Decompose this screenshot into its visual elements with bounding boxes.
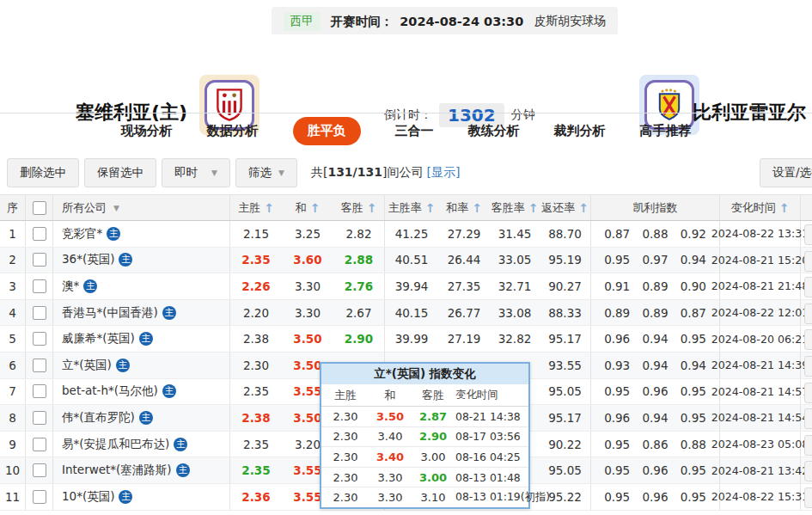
sort-asc-icon[interactable]: ↑ bbox=[367, 201, 377, 215]
col-away-rate[interactable]: 客胜率↑ bbox=[490, 195, 540, 220]
row-more-button[interactable] bbox=[804, 356, 812, 377]
odds-home[interactable]: 2.35 bbox=[230, 248, 282, 273]
keep-selected-button[interactable]: 保留选中 bbox=[84, 158, 156, 187]
sort-asc-icon[interactable]: ↑ bbox=[528, 201, 539, 215]
row-checkbox[interactable] bbox=[33, 332, 46, 346]
company-cell[interactable]: 香港马*(中国香港)主 bbox=[53, 300, 230, 326]
odds-draw[interactable]: 3.50 bbox=[282, 326, 333, 352]
sort-asc-icon[interactable]: ↑ bbox=[578, 201, 589, 215]
col-home-odds[interactable]: 主胜↑ bbox=[230, 195, 282, 220]
tab-three-in-one[interactable]: 三合一 bbox=[395, 123, 434, 139]
company-name[interactable]: 10*(英国) bbox=[62, 489, 114, 505]
odds-away[interactable]: 2.90 bbox=[333, 326, 385, 352]
row-more-button[interactable] bbox=[804, 435, 812, 456]
odds-draw[interactable]: 3.30 bbox=[282, 273, 333, 299]
company-name[interactable]: 香港马*(中国香港) bbox=[62, 305, 158, 321]
odds-home[interactable]: 2.30 bbox=[230, 353, 282, 378]
row-more-button[interactable] bbox=[804, 224, 812, 245]
kelly-value: 0.94 bbox=[638, 332, 672, 346]
row-more-button[interactable] bbox=[804, 408, 812, 429]
company-name[interactable]: 36*(英国) bbox=[62, 252, 114, 267]
company-cell[interactable]: 澳*主 bbox=[53, 273, 230, 299]
company-cell[interactable]: 威廉希*(英国)主 bbox=[53, 326, 230, 352]
col-home-rate[interactable]: 主胜率↑ bbox=[385, 195, 438, 220]
filter-dropdown[interactable]: 筛选 ▼ bbox=[235, 158, 297, 187]
sort-asc-icon[interactable]: ↑ bbox=[472, 201, 482, 215]
col-company[interactable]: 所有公司 ▼ bbox=[53, 195, 230, 220]
row-more-button[interactable] bbox=[804, 329, 812, 350]
col-away-odds[interactable]: 客胜↑ bbox=[333, 195, 385, 220]
odds-home[interactable]: 2.35 bbox=[230, 432, 282, 457]
company-name[interactable]: 竞彩官* bbox=[62, 226, 102, 242]
row-more-button[interactable] bbox=[804, 277, 812, 297]
company-name[interactable]: 伟*(直布罗陀) bbox=[62, 410, 135, 426]
show-link[interactable]: [显示] bbox=[426, 165, 460, 181]
company-name[interactable]: bet-at-h*(马尔他) bbox=[62, 383, 158, 399]
odds-draw[interactable]: 3.30 bbox=[282, 300, 333, 326]
popup-title: 立*(英国) 指数变化 bbox=[321, 364, 528, 384]
company-name[interactable]: 威廉希*(英国) bbox=[62, 331, 135, 346]
odds-draw[interactable]: 3.60 bbox=[282, 248, 333, 273]
sort-asc-icon[interactable]: ↑ bbox=[264, 201, 274, 215]
row-more-button[interactable] bbox=[804, 487, 812, 508]
odds-home[interactable]: 2.20 bbox=[230, 300, 282, 326]
delete-selected-button[interactable]: 删除选中 bbox=[7, 158, 79, 187]
sort-asc-icon[interactable]: ↑ bbox=[310, 201, 321, 215]
company-cell[interactable]: 伟*(直布罗陀)主 bbox=[53, 405, 230, 431]
odds-home[interactable]: 2.26 bbox=[230, 273, 282, 299]
odds-away[interactable]: 2.76 bbox=[333, 273, 385, 299]
tab-expert-picks[interactable]: 高手推荐 bbox=[640, 123, 692, 139]
odds-away[interactable]: 2.82 bbox=[333, 221, 385, 247]
col-return-rate[interactable]: 返还率↑ bbox=[540, 195, 591, 220]
instant-dropdown[interactable]: 即时 ▼ bbox=[162, 158, 230, 187]
away-win-rate: 32.82 bbox=[490, 326, 540, 352]
company-name[interactable]: 澳* bbox=[62, 279, 79, 294]
odds-home[interactable]: 2.38 bbox=[230, 405, 282, 431]
company-cell[interactable]: Interwet*(塞浦路斯)主 bbox=[53, 457, 230, 483]
company-name[interactable]: Interwet*(塞浦路斯) bbox=[62, 463, 172, 478]
odds-home[interactable]: 2.38 bbox=[230, 326, 282, 352]
odds-away[interactable]: 2.88 bbox=[333, 248, 385, 273]
row-more-button[interactable] bbox=[804, 383, 812, 403]
row-checkbox[interactable] bbox=[33, 359, 46, 372]
tab-coach-analysis[interactable]: 教练分析 bbox=[468, 123, 520, 139]
company-cell[interactable]: bet-at-h*(马尔他)主 bbox=[53, 379, 230, 405]
sort-asc-icon[interactable]: ↑ bbox=[779, 201, 790, 215]
col-draw-rate[interactable]: 和率↑ bbox=[438, 195, 490, 220]
sort-asc-icon[interactable]: ↑ bbox=[425, 201, 436, 215]
tab-referee-analysis[interactable]: 裁判分析 bbox=[554, 123, 606, 139]
row-checkbox[interactable] bbox=[33, 463, 46, 477]
company-cell[interactable]: 10*(英国)主 bbox=[53, 484, 230, 510]
company-name[interactable]: 立*(英国) bbox=[62, 358, 112, 373]
col-draw-odds[interactable]: 和↑ bbox=[282, 195, 333, 220]
row-more-button[interactable] bbox=[804, 251, 812, 272]
company-cell[interactable]: 立*(英国)主 bbox=[53, 353, 230, 378]
tab-live-analysis[interactable]: 现场分析 bbox=[121, 123, 173, 139]
row-checkbox[interactable] bbox=[33, 438, 46, 451]
row-checkbox[interactable] bbox=[33, 384, 46, 398]
row-more-button[interactable] bbox=[804, 461, 812, 481]
odds-draw[interactable]: 3.25 bbox=[282, 221, 333, 247]
row-checkbox[interactable] bbox=[33, 227, 46, 241]
company-cell[interactable]: 竞彩官*主 bbox=[53, 221, 230, 247]
company-name[interactable]: 易*(安提瓜和巴布达) bbox=[62, 437, 169, 452]
row-checkbox[interactable] bbox=[33, 490, 46, 504]
company-cell[interactable]: 36*(英国)主 bbox=[53, 248, 230, 273]
odds-away[interactable]: 2.67 bbox=[333, 300, 385, 326]
select-all-checkbox[interactable] bbox=[33, 201, 46, 215]
row-more-button[interactable] bbox=[804, 303, 812, 324]
home-win-rate: 40.15 bbox=[385, 300, 438, 326]
row-checkbox[interactable] bbox=[33, 306, 46, 320]
odds-home[interactable]: 2.36 bbox=[230, 484, 282, 510]
odds-home[interactable]: 2.35 bbox=[230, 379, 282, 405]
tab-win-draw-lose[interactable]: 胜平负 bbox=[293, 117, 361, 145]
company-cell[interactable]: 易*(安提瓜和巴布达)主 bbox=[53, 432, 230, 457]
row-checkbox[interactable] bbox=[33, 411, 46, 425]
tab-data-analysis[interactable]: 数据分析 bbox=[207, 123, 259, 139]
row-checkbox[interactable] bbox=[33, 279, 46, 293]
settings-button[interactable]: 设置/选择 bbox=[760, 158, 812, 187]
col-change-time[interactable]: 变化时间↑ bbox=[720, 195, 801, 220]
odds-home[interactable]: 2.15 bbox=[230, 221, 282, 247]
odds-home[interactable]: 2.35 bbox=[230, 457, 282, 483]
row-checkbox[interactable] bbox=[33, 253, 46, 267]
